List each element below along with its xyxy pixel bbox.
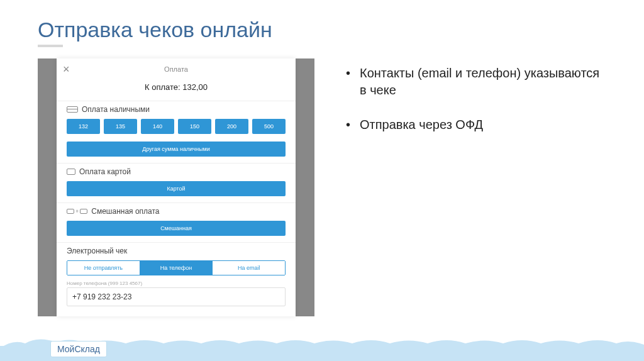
card-section: Оплата картой Картой — [57, 163, 296, 203]
echeck-option-email[interactable]: На email — [212, 261, 285, 275]
total-label: К оплате: 132,00 — [57, 77, 296, 101]
cash-other-button[interactable]: Другая сумма наличными — [67, 142, 286, 157]
app-header-title: Оплата — [57, 65, 296, 73]
card-icon — [67, 169, 75, 175]
cash-amount-button[interactable]: 200 — [215, 119, 248, 134]
card-button[interactable]: Картой — [67, 181, 286, 196]
mixed-button[interactable]: Смешанная — [67, 221, 286, 236]
card-label: Оплата картой — [79, 167, 131, 176]
logo-moysklad: МойСклад — [50, 341, 107, 357]
cash-amount-button[interactable]: 135 — [104, 119, 137, 134]
mixed-section: + Смешанная оплата Смешанная — [57, 203, 296, 242]
bullet-item: Отправка через ОФД — [346, 116, 606, 133]
phone-hint: Номер телефона (999 123 4567) — [67, 280, 286, 286]
cash-section: Оплата наличными 132 135 140 150 200 500… — [57, 101, 296, 163]
cash-amount-button[interactable]: 132 — [67, 119, 100, 134]
cash-amount-row: 132 135 140 150 200 500 Другая сумма нал… — [67, 119, 286, 157]
echeck-option-phone[interactable]: На телефон — [140, 261, 213, 275]
cash-amount-button[interactable]: 150 — [178, 119, 211, 134]
slide-title: Отправка чеков онлайн — [38, 18, 606, 42]
bullet-item: Контакты (email и телефон) указываются в… — [346, 65, 606, 99]
cash-amount-button[interactable]: 140 — [141, 119, 174, 134]
mixed-icon: + — [67, 208, 87, 214]
slide-footer: МойСклад — [0, 323, 644, 361]
cash-icon — [67, 106, 78, 113]
bullet-list: Контакты (email и телефон) указываются в… — [346, 65, 606, 133]
app-header: × Оплата — [57, 58, 296, 77]
cash-label: Оплата наличными — [82, 105, 150, 114]
cash-amount-button[interactable]: 500 — [252, 119, 286, 134]
echeck-option-none[interactable]: Не отправлять — [67, 261, 140, 275]
mixed-label: Смешанная оплата — [91, 207, 159, 216]
echeck-label: Электронный чек — [67, 247, 127, 255]
title-underline — [38, 45, 63, 47]
echeck-segment: Не отправлять На телефон На email — [67, 260, 286, 275]
echeck-section: Электронный чек Не отправлять На телефон… — [57, 242, 296, 316]
app-screenshot: × Оплата К оплате: 132,00 Оплата наличны… — [38, 58, 314, 316]
phone-input[interactable] — [67, 287, 286, 306]
